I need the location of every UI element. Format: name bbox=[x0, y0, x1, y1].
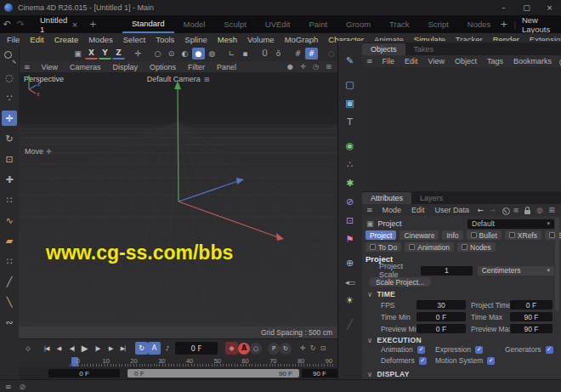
camera-label[interactable]: Default Camera bbox=[147, 75, 210, 83]
value-field[interactable]: 90 F bbox=[510, 324, 552, 333]
goto-prev-key-button[interactable]: ◀· bbox=[53, 342, 65, 355]
snap-toggle-icon[interactable]: # bbox=[305, 48, 318, 60]
axis-center-icon[interactable]: ö bbox=[272, 48, 285, 60]
attributes-menu-icon[interactable] bbox=[362, 206, 377, 214]
status-menu-icon[interactable]: ≡ bbox=[5, 383, 12, 391]
axis-modify-icon[interactable]: Ü bbox=[258, 48, 271, 60]
panel-tab[interactable]: Attributes bbox=[362, 192, 411, 204]
menu-item[interactable]: Volume bbox=[242, 35, 280, 44]
menu-item[interactable]: File bbox=[2, 35, 25, 44]
attribute-tab-button[interactable]: Cineware bbox=[400, 230, 439, 240]
status-state-icon[interactable]: ⊘ bbox=[20, 383, 26, 391]
selection-options-icon[interactable]: ∵ bbox=[2, 90, 17, 105]
pin-icon[interactable]: ✛ bbox=[298, 63, 308, 71]
close-tab-icon[interactable]: × bbox=[71, 20, 78, 29]
layout-tab[interactable]: Track bbox=[380, 15, 418, 33]
preset-dropdown[interactable]: Default bbox=[468, 219, 554, 229]
frame-view-icon[interactable]: ▣ bbox=[71, 48, 84, 60]
record-rotation-toggle[interactable]: ↻ bbox=[308, 342, 318, 355]
coord-system-icon[interactable]: ✛ bbox=[132, 48, 144, 60]
layout-tab[interactable]: UVEdit bbox=[256, 15, 300, 33]
plane-icon[interactable]: ▪ bbox=[239, 48, 252, 60]
menu-item[interactable]: Modes bbox=[83, 35, 118, 44]
keyframe-selection-button[interactable]: ○ bbox=[250, 343, 262, 355]
motext-icon[interactable]: T bbox=[341, 114, 359, 130]
layout-tab[interactable]: Groom bbox=[337, 15, 380, 33]
objects-menu-icon[interactable] bbox=[362, 57, 377, 65]
smooth-spline-icon[interactable]: ∿ bbox=[2, 213, 17, 228]
record-position-toggle[interactable]: ✛ bbox=[298, 342, 308, 355]
layout-tab[interactable]: Sculpt bbox=[214, 15, 255, 33]
axis-x-lock[interactable]: X bbox=[85, 48, 98, 60]
axis-mode-icon[interactable]: ⊙ bbox=[165, 48, 178, 60]
objects-menu-item[interactable]: File bbox=[377, 57, 400, 65]
range-end-field[interactable]: 90 F bbox=[302, 369, 337, 378]
brush-tool-icon[interactable]: ╲ bbox=[2, 294, 17, 310]
goto-prev-frame-button[interactable]: ◀| bbox=[65, 342, 78, 355]
value-field[interactable]: 90 F bbox=[510, 312, 552, 321]
search-icon[interactable] bbox=[500, 206, 508, 215]
menu-item[interactable]: Spline bbox=[179, 35, 212, 44]
forward-arrow-icon[interactable]: → bbox=[488, 206, 496, 215]
rotate-tool-icon[interactable]: ↻ bbox=[2, 131, 17, 146]
panel-tab[interactable]: Objects bbox=[362, 43, 405, 55]
execution-section-header[interactable]: EXECUTION bbox=[367, 336, 422, 344]
close-button[interactable]: × bbox=[538, 0, 561, 15]
attribute-tab-button[interactable]: Nodes bbox=[457, 242, 496, 252]
value-field[interactable]: 0 F bbox=[416, 312, 466, 321]
hud-clock-icon[interactable]: ◷ bbox=[311, 63, 320, 71]
objects-menu-item[interactable]: Edit bbox=[400, 57, 423, 65]
panel-tab[interactable]: Takes bbox=[405, 43, 443, 55]
project-scale-field[interactable]: 1 bbox=[421, 266, 473, 276]
new-layouts-label[interactable]: New Layouts bbox=[522, 15, 555, 34]
split-view-icon[interactable]: ⊞ bbox=[324, 63, 333, 71]
material-icon[interactable]: ╱ bbox=[341, 316, 359, 332]
document-tab[interactable]: Untitled 1 × bbox=[34, 15, 84, 33]
layout-tab[interactable]: Script bbox=[419, 15, 458, 33]
quantize-icon[interactable]: ○ bbox=[325, 48, 337, 60]
lock-icon[interactable] bbox=[524, 206, 532, 215]
axis-z-lock[interactable]: Z bbox=[112, 48, 125, 60]
add-document-tab-button[interactable]: + bbox=[84, 19, 102, 30]
viewport-menu-item[interactable]: Cameras bbox=[64, 63, 107, 71]
viewport-menu-item[interactable]: Filter bbox=[182, 63, 211, 71]
menu-item[interactable]: Select bbox=[118, 35, 150, 44]
scale-project-button[interactable]: Scale Project... bbox=[369, 277, 431, 287]
menu-item[interactable]: Create bbox=[49, 35, 84, 44]
attributes-menu-item[interactable]: Edit bbox=[406, 206, 430, 214]
range-scrollbar[interactable]: 0 F 90 F bbox=[128, 369, 299, 378]
deformer-icon[interactable]: ✱ bbox=[341, 175, 359, 191]
gouraud-shading-icon[interactable]: ● bbox=[192, 48, 205, 60]
search-tool-icon[interactable] bbox=[2, 49, 17, 65]
minimize-button[interactable]: – bbox=[492, 0, 515, 15]
value-field[interactable]: 0 F bbox=[416, 324, 466, 333]
value-field[interactable]: 30 bbox=[416, 300, 466, 310]
half-shade-icon[interactable]: ◐ bbox=[178, 48, 191, 60]
checkbox[interactable] bbox=[546, 346, 553, 354]
layout-tab[interactable]: Nodes bbox=[458, 15, 500, 33]
undo-icon[interactable]: ↶ bbox=[0, 19, 14, 30]
attribute-tab-button[interactable]: Animation bbox=[405, 242, 454, 252]
checkbox[interactable] bbox=[487, 357, 495, 365]
mograph-cloner-icon[interactable]: ∴ bbox=[341, 156, 359, 173]
attribute-tab-button[interactable]: Bullet bbox=[467, 230, 502, 240]
attribute-tab-button[interactable]: Info bbox=[442, 230, 462, 240]
goto-next-frame-button[interactable]: |▶ bbox=[91, 342, 104, 355]
fields-icon[interactable]: ⊡ bbox=[341, 213, 359, 229]
attribute-tab-button[interactable]: Project bbox=[366, 230, 396, 240]
history-icon[interactable]: ◎ bbox=[536, 206, 544, 215]
sketch-spline-icon[interactable]: ∾ bbox=[2, 315, 17, 330]
maximize-button[interactable]: ▢ bbox=[515, 0, 538, 15]
back-arrow-icon[interactable]: ← bbox=[476, 206, 484, 215]
viewport-menu-item[interactable]: Panel bbox=[211, 63, 242, 71]
knife-tool-icon[interactable]: ╱ bbox=[2, 274, 17, 289]
record-keyframe-button[interactable]: ◆ bbox=[225, 342, 238, 355]
spline-shape-icon[interactable]: ▢ bbox=[341, 77, 359, 93]
ring-select-icon[interactable]: ○ bbox=[151, 48, 164, 60]
viewport[interactable]: Perspective Default Camera z x Move www.… bbox=[19, 72, 337, 338]
environment-icon[interactable]: ⊕ bbox=[341, 255, 359, 271]
transform-tool-icon[interactable]: ✚ bbox=[2, 172, 17, 187]
object-list-empty[interactable] bbox=[362, 67, 561, 192]
attributes-menu-item[interactable]: Mode bbox=[377, 206, 407, 214]
objects-menu-item[interactable]: Tags bbox=[482, 57, 508, 65]
